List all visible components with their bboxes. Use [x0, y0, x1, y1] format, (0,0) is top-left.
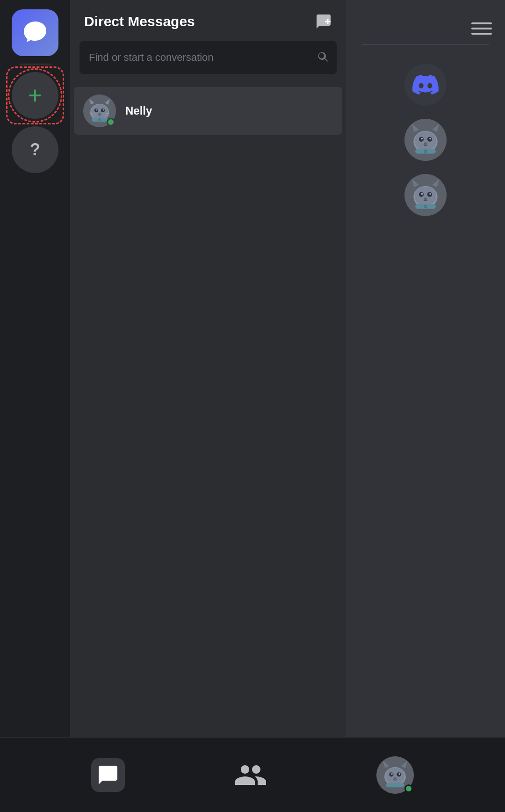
svg-point-25 [421, 138, 423, 140]
bottom-nav-friends[interactable] [232, 756, 269, 794]
avatar-container-nelly [83, 94, 116, 127]
new-dm-button[interactable] [315, 13, 332, 30]
svg-point-34 [415, 187, 436, 206]
hamburger-line-2 [471, 28, 492, 29]
app-container: + ? Direct Messages [0, 0, 505, 812]
profile-online-dot [404, 784, 413, 793]
conversation-name-nelly: Nelly [125, 104, 152, 117]
friends-icon [234, 758, 267, 792]
svg-point-46 [386, 768, 405, 785]
search-button[interactable] [316, 51, 329, 65]
svg-point-10 [103, 109, 104, 111]
server-sidebar: + ? [0, 0, 70, 737]
svg-point-50 [399, 773, 400, 775]
bottom-nav-profile[interactable] [376, 756, 414, 794]
right-panel [346, 0, 505, 737]
online-indicator-nelly [107, 118, 115, 126]
svg-point-17 [98, 118, 101, 121]
svg-point-51 [394, 777, 397, 779]
svg-point-39 [424, 197, 427, 200]
bottom-nav [0, 737, 505, 812]
right-server-icons [404, 54, 447, 216]
dm-panel-title: Direct Messages [84, 14, 195, 29]
hamburger-line-1 [471, 22, 492, 24]
svg-point-29 [424, 150, 427, 153]
svg-point-37 [421, 193, 423, 195]
main-area: + ? Direct Messages [0, 0, 505, 737]
discord-message-icon [91, 758, 125, 792]
right-server-icon-discord[interactable] [404, 64, 447, 106]
svg-point-38 [429, 193, 431, 195]
svg-rect-52 [386, 783, 404, 787]
svg-point-22 [415, 131, 436, 151]
svg-point-27 [424, 142, 427, 145]
bottom-nav-messages[interactable] [91, 758, 125, 792]
right-panel-divider [362, 44, 489, 45]
message-icon [22, 20, 48, 46]
search-container [79, 41, 337, 74]
help-button[interactable]: ? [12, 126, 58, 173]
right-server-icon-cat1[interactable] [404, 119, 447, 161]
sidebar-divider [19, 64, 51, 65]
right-panel-header [346, 9, 505, 35]
discord-logo-icon [412, 72, 439, 98]
dm-panel: Direct Messages [70, 0, 346, 737]
conversation-item-nelly[interactable]: Nelly [74, 87, 342, 135]
chat-bubble-icon [97, 764, 119, 786]
svg-point-26 [429, 138, 431, 140]
right-server-icon-cat2[interactable] [404, 174, 447, 216]
search-icon [316, 51, 329, 64]
new-dm-icon [315, 13, 332, 30]
svg-point-11 [99, 113, 101, 115]
dm-server-icon[interactable] [12, 9, 58, 56]
add-server-wrapper: + [12, 72, 58, 119]
hamburger-menu-button[interactable] [471, 22, 492, 35]
cat-server-avatar-2 [404, 174, 447, 216]
svg-point-6 [91, 104, 108, 119]
plus-icon: + [28, 83, 42, 108]
friends-icon-container [232, 756, 269, 794]
cat-server-avatar-1 [404, 119, 447, 161]
svg-point-9 [96, 109, 98, 111]
conversation-list: Nelly [70, 83, 346, 737]
dm-header-icons [315, 13, 332, 30]
hamburger-line-3 [471, 33, 492, 35]
svg-point-41 [424, 205, 427, 209]
dm-header: Direct Messages [70, 0, 346, 41]
search-input[interactable] [79, 41, 337, 74]
svg-point-49 [391, 773, 393, 775]
add-server-button[interactable]: + [12, 72, 58, 119]
question-mark-icon: ? [30, 140, 40, 160]
profile-avatar-container [376, 756, 414, 794]
